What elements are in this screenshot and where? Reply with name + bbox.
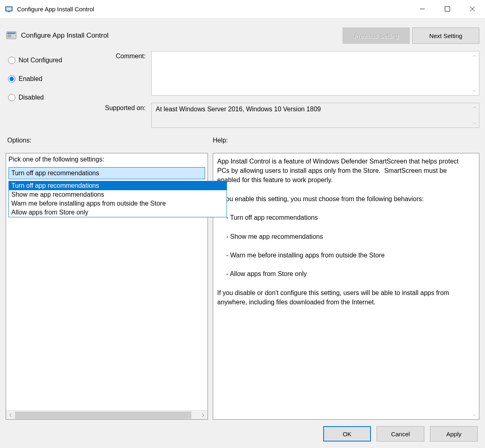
previous-setting-button: Previous Setting xyxy=(343,28,410,44)
options-dropdown-list[interactable]: Turn off app recommendations Show me app… xyxy=(8,181,227,217)
close-button[interactable] xyxy=(460,0,485,18)
state-radio-group: Not Configured Enabled Disabled xyxy=(6,51,87,128)
scrollbar-thumb[interactable] xyxy=(15,412,191,419)
options-panel: Pick one of the following settings: Turn… xyxy=(6,153,208,420)
scroll-down-icon[interactable] xyxy=(472,412,477,418)
dd-item-2[interactable]: Warn me before installing apps from outs… xyxy=(9,199,227,208)
radio-enabled[interactable] xyxy=(8,75,15,83)
ok-button[interactable]: OK xyxy=(323,426,371,442)
scroll-down-icon[interactable] xyxy=(472,88,477,93)
titlebar: Configure App Install Control xyxy=(0,0,485,18)
dialog-button-row: OK Cancel Apply xyxy=(6,420,479,448)
radio-disabled-label[interactable]: Disabled xyxy=(19,94,44,101)
client-area: Configure App Install Control Previous S… xyxy=(0,18,485,448)
svg-rect-8 xyxy=(7,32,15,34)
radio-enabled-label[interactable]: Enabled xyxy=(19,75,42,83)
app-icon xyxy=(4,4,14,14)
scroll-down-icon xyxy=(472,120,477,126)
svg-rect-10 xyxy=(7,36,11,37)
dd-item-3[interactable]: Allow apps from Store only xyxy=(9,208,227,217)
apply-button[interactable]: Apply xyxy=(430,426,478,442)
comment-textarea[interactable] xyxy=(151,51,479,96)
scroll-up-icon xyxy=(472,105,477,110)
svg-rect-1 xyxy=(6,7,11,11)
options-horizontal-scrollbar[interactable] xyxy=(6,410,208,419)
scroll-left-icon[interactable] xyxy=(6,411,15,420)
options-prompt: Pick one of the following settings: xyxy=(8,156,205,163)
gpo-policy-dialog: Configure App Install Control Configure … xyxy=(0,0,485,448)
options-dropdown-value: Turn off app recommendations xyxy=(11,170,99,177)
help-panel: App Install Control is a feature of Wind… xyxy=(213,153,479,420)
options-dropdown[interactable]: Turn off app recommendations xyxy=(8,167,205,179)
minimize-button[interactable] xyxy=(410,0,435,18)
policy-icon xyxy=(6,30,17,41)
header-row: Configure App Install Control Previous S… xyxy=(6,23,479,48)
policy-title: Configure App Install Control xyxy=(21,32,108,40)
options-label: Options: xyxy=(7,137,213,144)
radio-disabled[interactable] xyxy=(8,94,15,101)
help-label: Help: xyxy=(213,137,228,144)
scroll-up-icon[interactable] xyxy=(472,53,477,59)
next-setting-button[interactable]: Next Setting xyxy=(412,28,479,44)
comment-label: Comment: xyxy=(87,51,151,96)
svg-rect-4 xyxy=(445,6,450,11)
radio-not-configured-label[interactable]: Not Configured xyxy=(19,57,62,64)
scroll-right-icon[interactable] xyxy=(199,411,208,420)
radio-not-configured[interactable] xyxy=(8,57,15,64)
window-title: Configure App Install Control xyxy=(17,6,94,13)
supported-on-label: Supported on: xyxy=(87,103,151,128)
dd-item-1[interactable]: Show me app recommendations xyxy=(9,190,227,199)
svg-rect-9 xyxy=(7,35,11,36)
supported-on-value: At least Windows Server 2016, Windows 10… xyxy=(151,103,479,128)
cancel-button[interactable]: Cancel xyxy=(377,426,424,442)
svg-rect-2 xyxy=(8,11,10,13)
maximize-button[interactable] xyxy=(435,0,460,18)
dd-item-0[interactable]: Turn off app recommendations xyxy=(9,181,227,190)
